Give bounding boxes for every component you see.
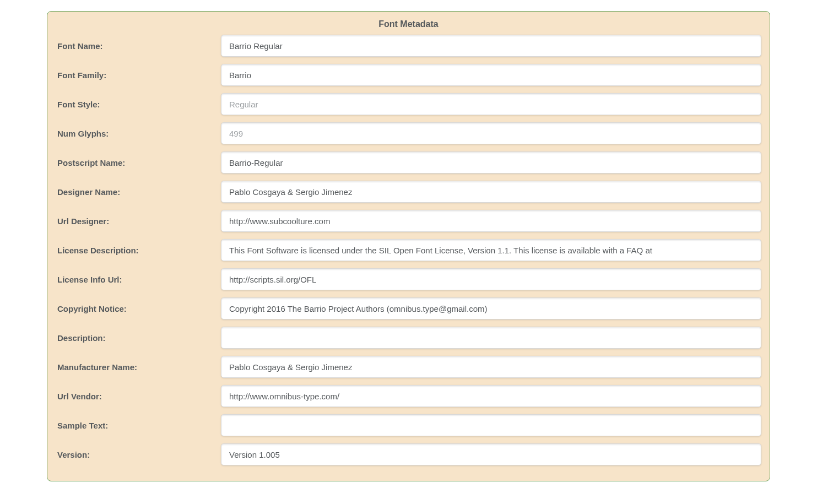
label-postscript-name: Postscript Name: <box>56 158 221 167</box>
label-sample-text: Sample Text: <box>56 421 221 430</box>
form-row-url-designer: Url Designer: <box>56 210 761 232</box>
form-row-postscript-name: Postscript Name: <box>56 151 761 174</box>
input-license-info-url[interactable] <box>221 268 761 290</box>
label-license-info-url: License Info Url: <box>56 275 221 284</box>
input-manufacturer-name[interactable] <box>221 356 761 378</box>
form-row-sample-text: Sample Text: <box>56 414 761 436</box>
input-num-glyphs <box>221 122 761 144</box>
form-row-font-style: Font Style: <box>56 93 761 115</box>
input-font-name[interactable] <box>221 35 761 57</box>
input-url-vendor[interactable] <box>221 385 761 407</box>
form-row-copyright-notice: Copyright Notice: <box>56 297 761 319</box>
form-row-description: Description: <box>56 327 761 349</box>
form-row-url-vendor: Url Vendor: <box>56 385 761 407</box>
form-row-version: Version: <box>56 443 761 465</box>
input-description[interactable] <box>221 327 761 349</box>
form-row-license-info-url: License Info Url: <box>56 268 761 290</box>
label-font-style: Font Style: <box>56 100 221 109</box>
input-postscript-name[interactable] <box>221 151 761 174</box>
form-row-font-family: Font Family: <box>56 64 761 86</box>
label-designer-name: Designer Name: <box>56 187 221 197</box>
label-license-description: License Description: <box>56 246 221 255</box>
label-manufacturer-name: Manufacturer Name: <box>56 362 221 372</box>
label-url-designer: Url Designer: <box>56 216 221 226</box>
form-row-font-name: Font Name: <box>56 35 761 57</box>
label-num-glyphs: Num Glyphs: <box>56 129 221 138</box>
input-sample-text[interactable] <box>221 414 761 436</box>
label-version: Version: <box>56 450 221 459</box>
form-row-license-description: License Description: <box>56 239 761 261</box>
label-font-name: Font Name: <box>56 41 221 51</box>
form-row-num-glyphs: Num Glyphs: <box>56 122 761 144</box>
panel-title: Font Metadata <box>56 12 761 35</box>
font-metadata-panel: Font Metadata Font Name:Font Family:Font… <box>47 11 770 481</box>
label-description: Description: <box>56 333 221 343</box>
input-url-designer[interactable] <box>221 210 761 232</box>
form-row-designer-name: Designer Name: <box>56 181 761 203</box>
input-license-description[interactable] <box>221 239 761 261</box>
input-font-family[interactable] <box>221 64 761 86</box>
input-designer-name[interactable] <box>221 181 761 203</box>
label-copyright-notice: Copyright Notice: <box>56 304 221 313</box>
input-version[interactable] <box>221 443 761 465</box>
input-font-style <box>221 93 761 115</box>
form-row-manufacturer-name: Manufacturer Name: <box>56 356 761 378</box>
label-url-vendor: Url Vendor: <box>56 392 221 401</box>
label-font-family: Font Family: <box>56 71 221 80</box>
input-copyright-notice[interactable] <box>221 297 761 319</box>
